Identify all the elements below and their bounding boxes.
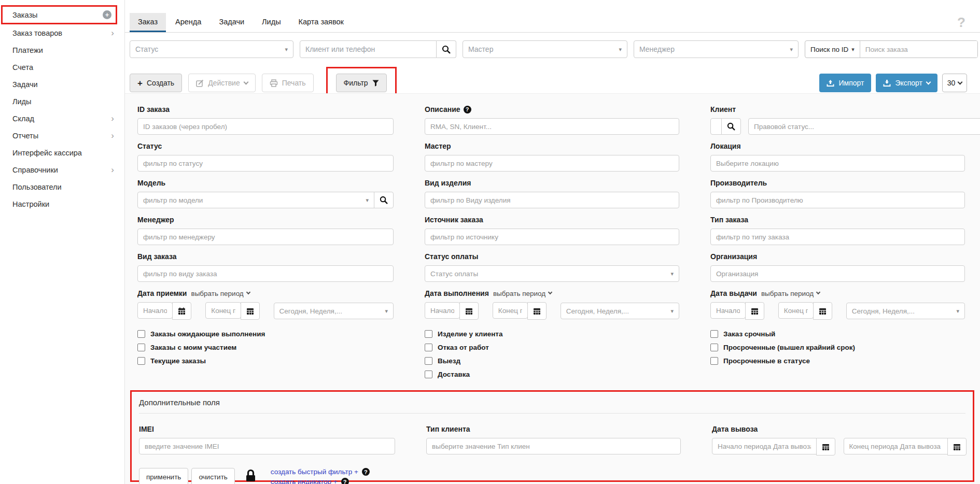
sidebar-item-payments[interactable]: Платежи — [0, 41, 124, 59]
date-done-preset-select[interactable]: Сегодня, Неделя,... ▾ — [561, 303, 679, 319]
create-indicator-link[interactable]: создать индикатор + — [271, 478, 338, 484]
status-select[interactable]: Статус ▾ — [130, 40, 293, 58]
checkbox-urgent-order[interactable]: Заказ срочный — [710, 330, 965, 338]
checkbox-overdue-deadline[interactable]: Просроченные (вышел крайний срок) — [710, 344, 965, 351]
checkbox[interactable] — [425, 371, 432, 378]
checkbox-product-at-client[interactable]: Изделие у клиента — [425, 330, 679, 338]
client-filter-search-button[interactable] — [721, 118, 741, 135]
order-search-input[interactable] — [860, 41, 977, 58]
import-button[interactable]: Импорт — [819, 74, 871, 92]
sidebar-item-leads[interactable]: Лиды — [0, 93, 124, 110]
date-receive-start-input[interactable] — [137, 302, 173, 319]
tab-requests-map[interactable]: Карта заявок — [290, 13, 352, 32]
sidebar-item-cashier[interactable]: Интерфейс кассира — [0, 144, 124, 161]
checkbox[interactable] — [710, 357, 718, 365]
help-icon[interactable]: ? — [957, 15, 965, 31]
description-input[interactable] — [425, 118, 679, 135]
sidebar-item-reports[interactable]: Отчеты › — [0, 127, 124, 144]
filter-button[interactable]: Фильтр — [336, 74, 387, 92]
export-button[interactable]: Экспорт — [876, 74, 937, 92]
legal-status-select[interactable]: Правовой статус... ▾ — [748, 118, 980, 135]
clear-button[interactable]: очистить — [191, 468, 234, 484]
client-type-input[interactable] — [426, 438, 681, 454]
product-kind-input[interactable] — [425, 192, 679, 208]
add-order-icon[interactable]: + — [103, 10, 111, 19]
calendar-button[interactable] — [745, 302, 764, 320]
imei-input[interactable] — [139, 438, 395, 454]
calendar-button[interactable] — [527, 302, 547, 320]
choose-period-link[interactable]: выбрать период — [761, 290, 820, 297]
location-input[interactable] — [710, 155, 965, 172]
question-circle-icon[interactable]: ? — [464, 106, 471, 113]
manager-select[interactable]: Менеджер ▾ — [634, 40, 799, 58]
client-phone-input[interactable] — [300, 40, 437, 58]
model-select[interactable]: фильтр по модели ▾ — [137, 192, 374, 208]
sidebar-item-tasks[interactable]: Задачи — [0, 76, 124, 93]
print-button[interactable]: Печать — [262, 74, 314, 92]
order-id-input[interactable] — [137, 118, 394, 135]
checkbox-awaiting-orders[interactable]: Заказы ожидающие выполнения — [137, 330, 394, 338]
checkbox[interactable] — [425, 330, 432, 338]
client-filter-input[interactable] — [710, 118, 722, 135]
date-done-start-input[interactable] — [425, 302, 460, 319]
sidebar-item-users[interactable]: Пользователи — [0, 178, 124, 195]
checkbox-work-refusal[interactable]: Отказ от работ — [425, 344, 679, 351]
action-button[interactable]: Действие — [188, 74, 256, 92]
checkbox[interactable] — [710, 330, 718, 338]
master-select[interactable]: Мастер ▾ — [463, 40, 627, 58]
sidebar-item-invoices[interactable]: Счета — [0, 59, 124, 76]
tab-rent[interactable]: Аренда — [167, 13, 209, 32]
choose-period-link[interactable]: выбрать период — [191, 290, 249, 297]
tab-tasks[interactable]: Задачи — [211, 13, 253, 32]
sidebar-item-directories[interactable]: Справочники › — [0, 161, 124, 178]
checkbox-delivery[interactable]: Доставка — [425, 371, 679, 378]
client-search-button[interactable] — [437, 40, 456, 58]
question-circle-icon[interactable]: ? — [341, 478, 349, 484]
removal-date-end-input[interactable] — [844, 438, 948, 454]
checkbox-overdue-in-status[interactable]: Просроченные в статусе — [710, 357, 965, 365]
date-issue-end-input[interactable] — [778, 302, 814, 319]
payment-status-select[interactable]: Статус оплаты ▾ — [425, 265, 679, 282]
create-button[interactable]: + Создать — [130, 74, 182, 92]
create-quick-filter-link[interactable]: создать быстрый фильтр + — [271, 468, 358, 476]
checkbox[interactable] — [425, 357, 432, 365]
sidebar-item-goods-order[interactable]: Заказ товаров › — [0, 24, 124, 41]
order-type-input[interactable] — [710, 229, 965, 245]
sidebar-item-orders[interactable]: Заказы + — [1, 5, 117, 24]
calendar-button[interactable] — [816, 438, 835, 455]
checkbox[interactable] — [137, 357, 145, 365]
page-size-select[interactable]: 30 — [942, 74, 967, 92]
calendar-button[interactable] — [459, 302, 479, 320]
removal-date-start-input[interactable] — [712, 438, 817, 454]
choose-period-link[interactable]: выбрать период — [493, 290, 552, 297]
date-issue-start-input[interactable] — [710, 302, 746, 319]
model-search-button[interactable] — [374, 192, 394, 208]
checkbox[interactable] — [710, 344, 718, 351]
sidebar-item-warehouse[interactable]: Склад › — [0, 110, 124, 127]
checkbox[interactable] — [137, 330, 145, 338]
date-done-end-input[interactable] — [493, 302, 528, 319]
tab-leads[interactable]: Лиды — [254, 13, 289, 32]
checkbox-visit[interactable]: Выезд — [425, 357, 679, 365]
manager-filter-input[interactable] — [137, 229, 394, 245]
calendar-button[interactable] — [172, 302, 191, 320]
search-by-id-dropdown[interactable]: Поиск по ID ▾ — [805, 41, 860, 58]
organization-input[interactable] — [710, 265, 965, 282]
date-receive-preset-select[interactable]: Сегодня, Неделя,... ▾ — [274, 303, 394, 319]
apply-button[interactable]: применить — [139, 468, 188, 484]
calendar-button[interactable] — [813, 302, 832, 320]
checkbox-current-orders[interactable]: Текущие заказы — [137, 357, 394, 365]
status-filter-input[interactable] — [137, 155, 394, 172]
calendar-button[interactable] — [947, 438, 967, 455]
calendar-button[interactable] — [241, 302, 260, 320]
checkbox-my-participation[interactable]: Заказы с моим участием — [137, 344, 394, 351]
sidebar-item-settings[interactable]: Настройки — [0, 195, 124, 212]
order-kind-input[interactable] — [137, 265, 394, 282]
date-issue-preset-select[interactable]: Сегодня, Неделя,... ▾ — [846, 303, 965, 319]
checkbox[interactable] — [137, 344, 145, 351]
order-source-input[interactable] — [425, 229, 679, 245]
tab-order[interactable]: Заказ — [130, 13, 166, 32]
master-filter-input[interactable] — [425, 155, 679, 172]
manufacturer-input[interactable] — [710, 192, 965, 208]
question-circle-icon[interactable]: ? — [362, 468, 370, 476]
